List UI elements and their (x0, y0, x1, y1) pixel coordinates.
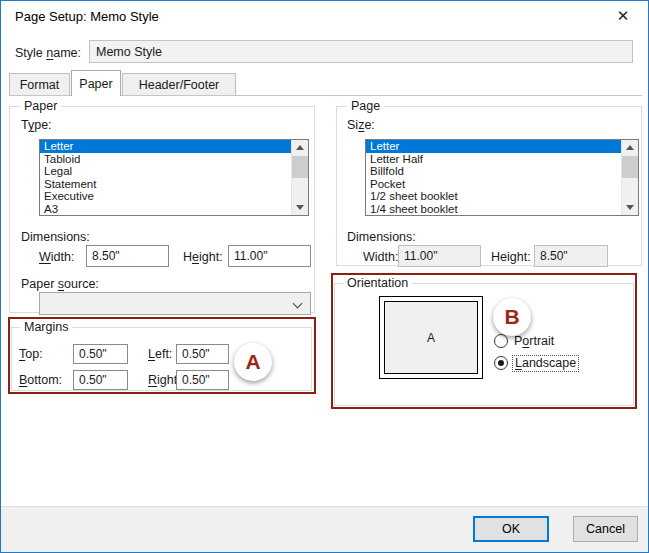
dropdown-chevron-icon (293, 299, 303, 309)
tab-format[interactable]: Format (9, 73, 70, 95)
ok-button[interactable]: OK (473, 516, 549, 542)
margin-top-input[interactable] (73, 344, 128, 364)
paper-width-input[interactable] (86, 245, 169, 267)
paper-width-label: Width: (39, 250, 74, 264)
paper-type-label: Type: (21, 118, 52, 132)
orientation-preview-page: A (384, 301, 478, 374)
list-item[interactable]: Letter Half (366, 153, 621, 166)
list-item[interactable]: 1/2 sheet booklet (366, 190, 621, 203)
orientation-group-legend: Orientation (343, 276, 412, 290)
scroll-up-icon[interactable] (292, 140, 308, 155)
list-item[interactable]: Tabloid (40, 153, 291, 166)
paper-source-dropdown[interactable] (39, 292, 311, 315)
paper-dimensions-label: Dimensions: (21, 230, 90, 244)
page-size-label: Size: (347, 118, 375, 132)
margin-bottom-label: Bottom: (19, 373, 62, 387)
list-item[interactable]: Statement (40, 178, 291, 191)
page-size-listbox[interactable]: Letter Letter Half Billfold Pocket 1/2 s… (365, 139, 639, 216)
page-setup-dialog: Page Setup: Memo Style ✕ Style name: For… (0, 0, 649, 553)
style-name-label: Style name: (15, 46, 81, 60)
tab-paper[interactable]: Paper (71, 70, 121, 96)
scrollbar[interactable] (621, 140, 638, 215)
list-item[interactable]: Letter (366, 140, 621, 153)
callout-a-badge: A (234, 343, 272, 381)
paper-group-legend: Paper (20, 99, 61, 113)
page-height-label: Height: (491, 250, 531, 264)
list-item[interactable]: Letter (40, 140, 291, 153)
margins-group-legend: Margins (20, 320, 72, 334)
close-button[interactable]: ✕ (606, 3, 640, 29)
cancel-button[interactable]: Cancel (573, 516, 638, 542)
list-item[interactable]: Billfold (366, 165, 621, 178)
list-item[interactable]: Executive (40, 190, 291, 203)
landscape-label[interactable]: Landscape (512, 355, 579, 372)
paper-height-input[interactable] (228, 245, 311, 267)
style-name-input[interactable] (89, 40, 633, 63)
paper-type-items: Letter Tabloid Legal Statement Executive… (40, 140, 291, 215)
callout-b-badge: B (493, 298, 531, 336)
page-height-input (534, 245, 608, 267)
page-width-label: Width: (363, 250, 398, 264)
close-icon: ✕ (617, 7, 630, 25)
list-item[interactable]: A3 (40, 203, 291, 216)
paper-height-label: Height: (183, 250, 223, 264)
dialog-footer: OK Cancel (1, 506, 648, 552)
list-item[interactable]: Legal (40, 165, 291, 178)
paper-source-label: Paper source: (21, 277, 99, 291)
scrollbar[interactable] (291, 140, 308, 215)
page-group-legend: Page (347, 99, 384, 113)
orientation-preview: A (379, 296, 483, 379)
portrait-label[interactable]: Portrait (514, 334, 554, 348)
page-width-input (398, 245, 481, 267)
list-item[interactable]: 1/4 sheet booklet (366, 203, 621, 216)
portrait-radio[interactable] (494, 334, 508, 348)
tab-header-footer[interactable]: Header/Footer (122, 73, 236, 95)
scroll-up-icon[interactable] (622, 140, 638, 155)
title-bar: Page Setup: Memo Style ✕ (1, 1, 648, 32)
margin-left-input[interactable] (176, 344, 229, 364)
scroll-down-icon[interactable] (292, 200, 308, 215)
list-item[interactable]: Pocket (366, 178, 621, 191)
scroll-thumb[interactable] (622, 156, 638, 178)
margin-right-input[interactable] (176, 370, 229, 390)
margin-bottom-input[interactable] (73, 370, 128, 390)
page-size-items: Letter Letter Half Billfold Pocket 1/2 s… (366, 140, 621, 215)
landscape-radio[interactable] (494, 356, 508, 370)
margin-left-label: Left: (148, 347, 172, 361)
scroll-down-icon[interactable] (622, 200, 638, 215)
scroll-thumb[interactable] (292, 156, 308, 178)
margin-top-label: Top: (19, 347, 43, 361)
window-title: Page Setup: Memo Style (15, 9, 159, 24)
page-dimensions-label: Dimensions: (347, 230, 416, 244)
paper-type-listbox[interactable]: Letter Tabloid Legal Statement Executive… (39, 139, 309, 216)
